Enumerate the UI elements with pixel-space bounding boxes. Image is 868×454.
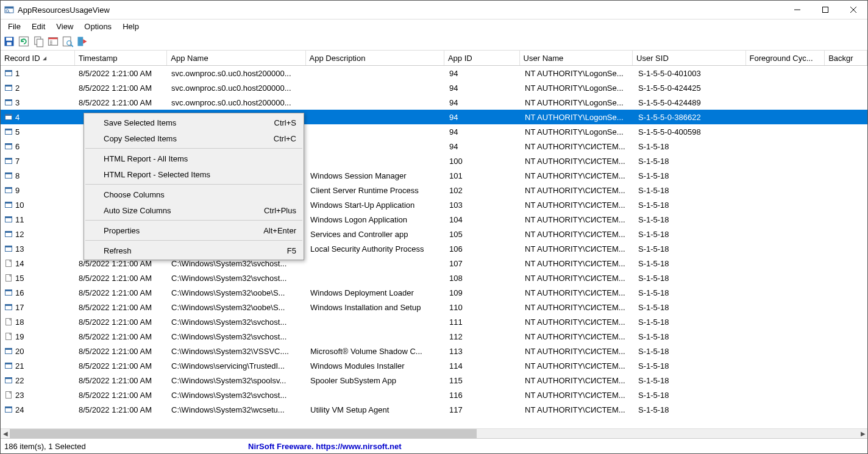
context-menu-item[interactable]: RefreshF5	[84, 243, 304, 258]
cell-record-id: 8	[1, 168, 75, 183]
column-header[interactable]: User Name	[520, 51, 633, 65]
app-window-icon	[4, 230, 13, 238]
app-window-icon	[4, 186, 13, 194]
table-row[interactable]: 208/5/2022 1:21:00 AMC:\Windows\System32…	[1, 344, 867, 358]
column-header[interactable]: Record ID◢	[1, 51, 75, 65]
table-row[interactable]: 18/5/2022 1:21:00 AMsvc.ownproc.s0.uc0.h…	[1, 66, 867, 80]
cell: S-1-5-18	[635, 197, 748, 212]
refresh-icon[interactable]	[18, 35, 30, 48]
cell: Client Server Runtime Process	[307, 183, 446, 197]
table-row[interactable]: 178/5/2022 1:21:00 AMC:\Windows\System32…	[1, 300, 867, 314]
column-header[interactable]: Timestamp	[75, 51, 168, 65]
menu-edit[interactable]: Edit	[27, 21, 50, 32]
scroll-right-arrow[interactable]: ▶	[858, 429, 867, 438]
context-menu-item[interactable]: HTML Report - Selected Items	[84, 166, 304, 182]
cell-record-id: 2	[1, 80, 75, 95]
menu-file[interactable]: File	[3, 21, 26, 32]
context-menu-item[interactable]: Auto Size ColumnsCtrl+Plus	[84, 202, 304, 218]
close-button[interactable]	[839, 1, 867, 19]
menu-view[interactable]: View	[51, 21, 78, 32]
scroll-thumb[interactable]	[10, 429, 477, 438]
menu-help[interactable]: Help	[118, 21, 144, 32]
table-row[interactable]: 248/5/2022 1:21:00 AMC:\Windows\System32…	[1, 402, 867, 417]
exit-icon[interactable]	[76, 35, 88, 48]
table-row[interactable]: 228/5/2022 1:21:00 AMC:\Windows\System32…	[1, 373, 867, 388]
svg-rect-32	[5, 129, 12, 131]
table-row[interactable]: 218/5/2022 1:21:00 AMC:\Windows\servicin…	[1, 358, 867, 373]
save-icon[interactable]	[3, 35, 15, 48]
cell: NT AUTHORITY\СИСТЕМ...	[521, 314, 635, 329]
context-menu: Save Selected ItemsCtrl+SCopy Selected I…	[84, 113, 304, 260]
cell-record-id: 14	[1, 256, 75, 271]
context-menu-item[interactable]: Choose Columns	[84, 186, 304, 202]
cell: 8/5/2022 1:21:00 AM	[75, 95, 168, 110]
cell: S-1-5-18	[635, 300, 748, 314]
column-header[interactable]: App Name	[167, 51, 305, 65]
cell: S-1-5-5-0-386622	[635, 110, 748, 124]
context-menu-item[interactable]: Copy Selected ItemsCtrl+C	[84, 130, 304, 146]
cell: C:\Windows\System32\oobe\S...	[168, 300, 307, 314]
scroll-track[interactable]	[10, 429, 858, 438]
menu-item-shortcut: F5	[287, 246, 296, 255]
table-row[interactable]: 238/5/2022 1:21:00 AMC:\Windows\System32…	[1, 388, 867, 402]
document-icon	[4, 332, 13, 341]
column-header[interactable]: App ID	[444, 51, 520, 65]
nirsoft-link[interactable]: NirSoft Freeware. https://www.nirsoft.ne…	[248, 442, 402, 451]
cell-record-id: 3	[1, 95, 75, 110]
svg-rect-24	[5, 71, 12, 73]
maximize-button[interactable]	[811, 1, 839, 19]
table-row[interactable]: 188/5/2022 1:21:00 AMC:\Windows\System32…	[1, 314, 867, 329]
context-menu-item[interactable]: PropertiesAlt+Enter	[84, 222, 304, 238]
cell-record-id: 4	[1, 110, 75, 124]
properties-icon[interactable]	[47, 35, 59, 48]
cell: Local Security Authority Process	[307, 241, 446, 256]
toolbar	[1, 33, 867, 51]
column-headers: Record ID◢TimestampApp NameApp Descripti…	[1, 51, 867, 66]
cell: 104	[446, 212, 521, 227]
svg-rect-58	[5, 349, 12, 350]
cell: C:\Windows\servicing\TrustedI...	[168, 358, 307, 373]
horizontal-scrollbar[interactable]: ◀ ▶	[1, 428, 867, 438]
svg-rect-26	[5, 85, 12, 87]
cell-record-id: 1	[1, 66, 75, 80]
cell: NT AUTHORITY\СИСТЕМ...	[521, 300, 635, 314]
cell: 114	[446, 358, 521, 373]
document-icon	[4, 259, 13, 268]
app-window-icon	[4, 405, 13, 414]
cell	[307, 66, 446, 80]
table-row[interactable]: 158/5/2022 1:21:00 AMC:\Windows\System32…	[1, 271, 867, 285]
table-row[interactable]: 38/5/2022 1:21:00 AMsvc.ownproc.s0.uc0.h…	[1, 95, 867, 110]
app-window-icon	[4, 142, 13, 151]
app-window-icon	[4, 113, 13, 121]
cell: NT AUTHORITY\СИСТЕМ...	[521, 241, 635, 256]
cell: NT AUTHORITY\LogonSe...	[521, 95, 635, 110]
find-icon[interactable]	[62, 35, 74, 48]
minimize-button[interactable]	[783, 1, 811, 19]
cell-record-id: 16	[1, 285, 75, 300]
cell: S-1-5-5-0-424425	[635, 80, 748, 95]
cell: NT AUTHORITY\СИСТЕМ...	[521, 168, 635, 183]
column-header[interactable]: Foreground Cyc...	[746, 51, 825, 65]
context-menu-item[interactable]: HTML Report - All Items	[84, 151, 304, 166]
scroll-left-arrow[interactable]: ◀	[1, 429, 10, 438]
column-header[interactable]: Backgr	[825, 51, 867, 65]
column-header[interactable]: User SID	[633, 51, 745, 65]
main-window: AppResourcesUsageView FileEditViewOption…	[0, 0, 868, 454]
menu-options[interactable]: Options	[79, 21, 116, 32]
cell: NT AUTHORITY\СИСТЕМ...	[521, 344, 635, 358]
table-row[interactable]: 28/5/2022 1:21:00 AMsvc.ownproc.s0.uc0.h…	[1, 80, 867, 95]
cell-record-id: 6	[1, 139, 75, 154]
column-header[interactable]: App Description	[306, 51, 444, 65]
app-window-icon	[4, 157, 13, 165]
cell: S-1-5-18	[635, 183, 748, 197]
cell: S-1-5-18	[635, 373, 748, 388]
cell: S-1-5-18	[635, 271, 748, 285]
context-menu-item[interactable]: Save Selected ItemsCtrl+S	[84, 115, 304, 130]
table-row[interactable]: 168/5/2022 1:21:00 AMC:\Windows\System32…	[1, 285, 867, 300]
cell: 115	[446, 373, 521, 388]
copy-icon[interactable]	[32, 35, 44, 48]
cell-record-id: 17	[1, 300, 75, 314]
app-window-icon	[4, 288, 13, 297]
cell	[307, 124, 446, 139]
table-row[interactable]: 198/5/2022 1:21:00 AMC:\Windows\System32…	[1, 329, 867, 344]
